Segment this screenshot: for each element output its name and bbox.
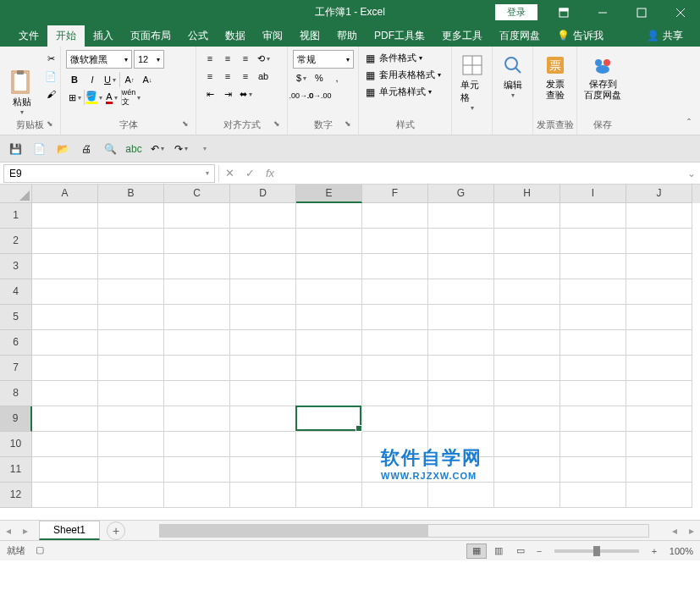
orientation-button[interactable]: ⟲	[255, 50, 272, 67]
tab-review[interactable]: 审阅	[254, 25, 291, 47]
cell[interactable]	[494, 229, 560, 254]
cell[interactable]	[560, 356, 626, 381]
cell[interactable]	[296, 305, 362, 330]
font-launcher[interactable]: ⬊	[182, 119, 194, 131]
cell[interactable]	[230, 432, 296, 457]
expand-formula-bar[interactable]: ⌄	[683, 168, 700, 179]
cell[interactable]	[230, 381, 296, 406]
cell[interactable]	[230, 356, 296, 381]
cell[interactable]	[626, 432, 692, 457]
cell[interactable]	[494, 483, 560, 508]
cell[interactable]	[230, 406, 296, 432]
cell[interactable]	[164, 254, 230, 279]
zoom-slider[interactable]	[554, 549, 639, 553]
cell[interactable]	[626, 330, 692, 356]
cell[interactable]	[560, 457, 626, 483]
cell[interactable]	[98, 330, 164, 356]
cell[interactable]	[98, 305, 164, 330]
page-break-button[interactable]: ▭	[510, 544, 531, 559]
font-name-combo[interactable]: 微软雅黑▾	[66, 50, 132, 69]
cell[interactable]	[362, 406, 428, 432]
bold-button[interactable]: B	[66, 71, 83, 88]
wrap-text-button[interactable]: ab	[255, 68, 272, 85]
sheet-tab[interactable]: Sheet1	[39, 521, 100, 540]
cell[interactable]	[32, 432, 98, 457]
column-header[interactable]: I	[560, 185, 626, 203]
copy-button[interactable]: 📄	[42, 68, 59, 85]
underline-button[interactable]: U	[102, 71, 119, 88]
cell[interactable]	[428, 279, 494, 305]
cell[interactable]	[98, 229, 164, 254]
align-right-button[interactable]: ≡	[237, 68, 254, 85]
save-baidu-button[interactable]: 保存到 百度网盘	[582, 50, 623, 102]
cell[interactable]	[32, 381, 98, 406]
decrease-indent-button[interactable]: ⇤	[201, 86, 218, 102]
cell[interactable]	[230, 305, 296, 330]
zoom-level[interactable]: 100%	[670, 546, 693, 556]
cell[interactable]	[230, 330, 296, 356]
align-left-button[interactable]: ≡	[201, 68, 218, 85]
cell[interactable]	[428, 432, 494, 457]
row-header[interactable]: 2	[0, 229, 32, 254]
cell[interactable]	[560, 406, 626, 432]
cell-styles-button[interactable]: ▦单元格样式▾	[364, 84, 446, 100]
column-header[interactable]: B	[98, 185, 164, 203]
cut-button[interactable]: ✂	[42, 50, 59, 67]
cell[interactable]	[32, 305, 98, 330]
cancel-button[interactable]: ✕	[219, 164, 240, 183]
cell[interactable]	[362, 305, 428, 330]
normal-view-button[interactable]: ▦	[466, 544, 487, 559]
qat-print-button[interactable]: 🖨	[76, 139, 96, 159]
cell[interactable]	[230, 279, 296, 305]
cell[interactable]	[494, 254, 560, 279]
cell[interactable]	[362, 457, 428, 483]
cell[interactable]	[98, 457, 164, 483]
add-sheet-button[interactable]: +	[107, 521, 125, 540]
cell[interactable]	[560, 254, 626, 279]
cell[interactable]	[98, 203, 164, 229]
phonetic-button[interactable]: wén文	[123, 89, 140, 106]
cell[interactable]	[164, 457, 230, 483]
percent-button[interactable]: %	[311, 69, 328, 86]
cell[interactable]	[494, 457, 560, 483]
column-header[interactable]: J	[626, 185, 692, 203]
cell[interactable]	[560, 483, 626, 508]
row-header[interactable]: 11	[0, 457, 32, 483]
editing-button[interactable]: 编辑 ▾	[498, 50, 527, 101]
page-layout-button[interactable]: ▥	[488, 544, 509, 559]
cell[interactable]	[164, 279, 230, 305]
cell[interactable]	[494, 381, 560, 406]
align-middle-button[interactable]: ≡	[219, 50, 236, 67]
cell[interactable]	[362, 381, 428, 406]
tab-pdf[interactable]: PDF工具集	[366, 25, 433, 47]
share-button[interactable]: 👤共享	[638, 25, 692, 47]
format-painter-button[interactable]: 🖌	[42, 86, 59, 102]
cell[interactable]	[32, 203, 98, 229]
horizontal-scrollbar[interactable]	[159, 524, 649, 538]
font-size-combo[interactable]: 12▾	[134, 50, 164, 69]
qat-preview-button[interactable]: 🔍	[100, 139, 120, 159]
cell[interactable]	[428, 381, 494, 406]
cell[interactable]	[560, 432, 626, 457]
column-header[interactable]: F	[362, 185, 428, 203]
cell[interactable]	[494, 330, 560, 356]
cell[interactable]	[560, 330, 626, 356]
cell[interactable]	[362, 432, 428, 457]
cell[interactable]	[626, 406, 692, 432]
format-table-button[interactable]: ▦套用表格格式▾	[364, 67, 446, 83]
row-header[interactable]: 6	[0, 330, 32, 356]
cell[interactable]	[362, 254, 428, 279]
cell[interactable]	[626, 305, 692, 330]
align-bottom-button[interactable]: ≡	[237, 50, 254, 67]
cell[interactable]	[494, 356, 560, 381]
cell[interactable]	[164, 356, 230, 381]
comma-button[interactable]: ,	[328, 69, 345, 86]
qat-save-button[interactable]: 💾	[5, 139, 25, 159]
cell[interactable]	[164, 330, 230, 356]
cell[interactable]	[296, 254, 362, 279]
invoice-button[interactable]: 票 发票 查验	[538, 50, 571, 102]
cell[interactable]	[494, 432, 560, 457]
cell[interactable]	[296, 279, 362, 305]
decrease-decimal-button[interactable]: .0→.00	[311, 87, 328, 104]
column-header[interactable]: A	[32, 185, 98, 203]
